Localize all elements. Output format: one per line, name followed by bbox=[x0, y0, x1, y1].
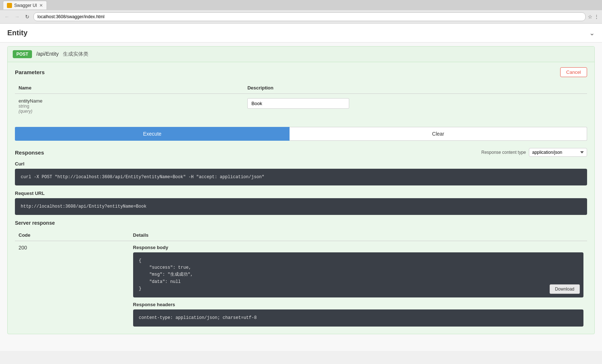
browser-chrome: Swagger UI ✕ ← → ↻ ☆ ⋮ bbox=[0, 0, 602, 24]
curl-label: Curl bbox=[15, 161, 587, 167]
name-column-header: Name bbox=[15, 82, 244, 94]
response-code: 200 bbox=[19, 245, 27, 251]
request-url-value: http://localhost:3608/api/Entity?entityN… bbox=[15, 198, 587, 215]
clear-button[interactable]: Clear bbox=[290, 127, 587, 141]
bookmark-icon[interactable]: ☆ bbox=[588, 14, 593, 20]
table-row: entityName string (query) bbox=[15, 94, 587, 119]
response-row: 200 Response body { "success": true, "ms… bbox=[15, 241, 587, 331]
execute-button[interactable]: Execute bbox=[15, 127, 290, 141]
responses-section: Responses Response content type applicat… bbox=[8, 144, 594, 334]
browser-titlebar: Swagger UI ✕ bbox=[0, 0, 602, 10]
param-location: (query) bbox=[19, 109, 240, 114]
params-title: Parameters bbox=[15, 69, 45, 75]
response-headers-label: Response headers bbox=[133, 302, 583, 307]
responses-title: Responses bbox=[15, 149, 44, 156]
server-response: Server response Code Details 200 bbox=[15, 220, 587, 330]
cancel-button[interactable]: Cancel bbox=[560, 67, 587, 77]
response-table: Code Details 200 Response body bbox=[15, 229, 587, 330]
api-path: /api/Entity 生成实体类 bbox=[36, 51, 88, 57]
page-content: Entity ⌄ POST /api/Entity 生成实体类 Paramete… bbox=[0, 24, 602, 351]
request-url-label: Request URL bbox=[15, 191, 587, 196]
response-body-container: Response body { "success": true, "msg": … bbox=[133, 245, 583, 297]
content-type-select[interactable]: application/json bbox=[529, 148, 587, 157]
params-header: Parameters Cancel bbox=[15, 67, 587, 77]
code-col-header: Code bbox=[15, 229, 129, 241]
api-block: POST /api/Entity 生成实体类 Parameters Cancel… bbox=[7, 46, 595, 334]
forward-button[interactable]: → bbox=[13, 13, 21, 21]
action-buttons: Execute Clear bbox=[15, 127, 587, 141]
description-column-header: Description bbox=[244, 82, 587, 94]
menu-icon[interactable]: ⋮ bbox=[594, 14, 599, 20]
back-button[interactable]: ← bbox=[3, 13, 11, 21]
api-description: 生成实体类 bbox=[63, 51, 88, 57]
server-response-title: Server response bbox=[15, 220, 587, 226]
download-button[interactable]: Download bbox=[550, 284, 580, 294]
browser-tab[interactable]: Swagger UI ✕ bbox=[3, 1, 47, 9]
curl-code: curl -X POST "http://localhost:3608/api/… bbox=[15, 169, 587, 185]
entity-title: Entity bbox=[7, 29, 28, 37]
response-body-label: Response body bbox=[133, 245, 583, 250]
chevron-down-icon[interactable]: ⌄ bbox=[589, 29, 595, 37]
content-type-label: Response content type bbox=[481, 150, 526, 155]
responses-header: Responses Response content type applicat… bbox=[15, 148, 587, 157]
method-badge: POST bbox=[13, 50, 32, 58]
response-headers-code: content-type: application/json; charset=… bbox=[133, 309, 583, 327]
nav-right-icons: ☆ ⋮ bbox=[588, 14, 599, 20]
response-headers-section: Response headers content-type: applicati… bbox=[133, 302, 583, 327]
param-type: string bbox=[19, 104, 240, 109]
tab-close-icon[interactable]: ✕ bbox=[39, 3, 43, 8]
tab-favicon bbox=[7, 3, 12, 8]
response-body-code: { "success": true, "msg": "生成成功", "data"… bbox=[133, 252, 583, 297]
tab-title: Swagger UI bbox=[14, 3, 37, 8]
address-bar[interactable] bbox=[33, 12, 586, 21]
browser-nav: ← → ↻ ☆ ⋮ bbox=[0, 10, 602, 23]
details-col-header: Details bbox=[129, 229, 587, 241]
params-table: Name Description entityName string (quer… bbox=[15, 82, 587, 118]
params-section: Parameters Cancel Name Description entit… bbox=[8, 62, 594, 123]
content-type-container: Response content type application/json bbox=[481, 148, 587, 157]
entity-header: Entity ⌄ bbox=[0, 24, 602, 43]
refresh-button[interactable]: ↻ bbox=[23, 13, 31, 21]
entity-name-input[interactable] bbox=[247, 98, 349, 109]
api-header: POST /api/Entity 生成实体类 bbox=[8, 47, 594, 62]
param-name: entityName bbox=[19, 98, 240, 104]
